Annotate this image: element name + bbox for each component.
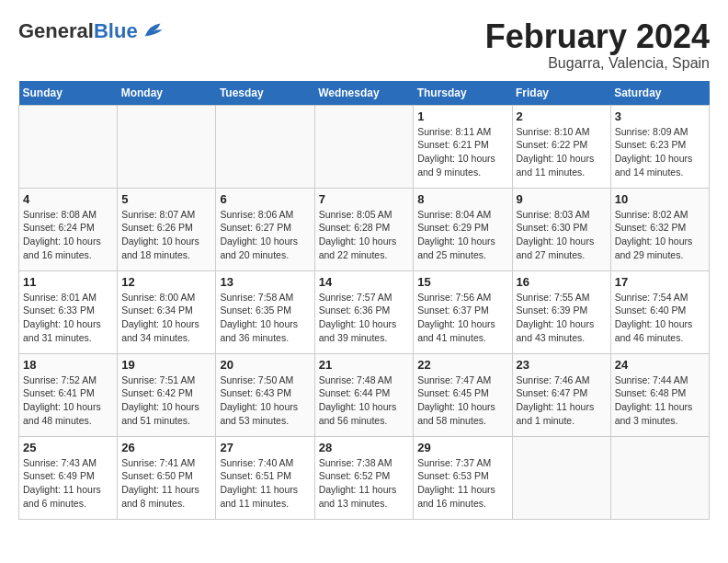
day-info: Sunrise: 8:01 AM Sunset: 6:33 PM Dayligh…	[23, 291, 113, 345]
day-number: 15	[417, 275, 507, 289]
day-cell: 22Sunrise: 7:47 AM Sunset: 6:45 PM Dayli…	[414, 353, 512, 436]
day-info: Sunrise: 8:11 AM Sunset: 6:21 PM Dayligh…	[417, 125, 507, 179]
weekday-header-thursday: Thursday	[414, 81, 512, 106]
day-info: Sunrise: 7:41 AM Sunset: 6:50 PM Dayligh…	[121, 456, 211, 511]
day-cell	[118, 105, 216, 188]
day-cell: 16Sunrise: 7:55 AM Sunset: 6:39 PM Dayli…	[512, 270, 610, 353]
week-row-3: 11Sunrise: 8:01 AM Sunset: 6:33 PM Dayli…	[19, 270, 710, 353]
day-info: Sunrise: 8:08 AM Sunset: 6:24 PM Dayligh…	[23, 208, 113, 262]
day-info: Sunrise: 7:43 AM Sunset: 6:49 PM Dayligh…	[23, 456, 113, 511]
week-row-1: 1Sunrise: 8:11 AM Sunset: 6:21 PM Daylig…	[19, 105, 710, 188]
day-info: Sunrise: 7:52 AM Sunset: 6:41 PM Dayligh…	[23, 373, 113, 428]
day-number: 7	[319, 192, 410, 206]
day-cell: 3Sunrise: 8:09 AM Sunset: 6:23 PM Daylig…	[610, 105, 709, 188]
day-info: Sunrise: 8:03 AM Sunset: 6:30 PM Dayligh…	[517, 208, 607, 262]
day-info: Sunrise: 7:58 AM Sunset: 6:35 PM Dayligh…	[220, 291, 310, 345]
day-number: 17	[615, 275, 705, 289]
day-cell: 4Sunrise: 8:08 AM Sunset: 6:24 PM Daylig…	[19, 188, 118, 270]
day-info: Sunrise: 7:54 AM Sunset: 6:40 PM Dayligh…	[615, 291, 705, 345]
day-cell: 2Sunrise: 8:10 AM Sunset: 6:22 PM Daylig…	[512, 105, 610, 188]
day-cell: 26Sunrise: 7:41 AM Sunset: 6:50 PM Dayli…	[118, 436, 216, 519]
day-number: 22	[417, 358, 507, 372]
day-number: 23	[517, 358, 607, 372]
day-cell: 21Sunrise: 7:48 AM Sunset: 6:44 PM Dayli…	[314, 353, 414, 436]
day-cell: 13Sunrise: 7:58 AM Sunset: 6:35 PM Dayli…	[216, 270, 314, 353]
day-number: 18	[23, 358, 113, 372]
logo-blue-text: Blue	[94, 19, 138, 42]
day-number: 16	[517, 275, 607, 289]
day-cell: 11Sunrise: 8:01 AM Sunset: 6:33 PM Dayli…	[19, 270, 118, 353]
day-cell: 23Sunrise: 7:46 AM Sunset: 6:47 PM Dayli…	[512, 353, 610, 436]
day-number: 29	[417, 441, 507, 454]
day-number: 25	[23, 441, 113, 454]
day-number: 26	[121, 441, 211, 454]
day-info: Sunrise: 7:40 AM Sunset: 6:51 PM Dayligh…	[220, 456, 310, 511]
day-cell: 5Sunrise: 8:07 AM Sunset: 6:26 PM Daylig…	[118, 188, 216, 270]
logo: GeneralBlue	[18, 18, 165, 44]
day-cell: 25Sunrise: 7:43 AM Sunset: 6:49 PM Dayli…	[19, 436, 118, 519]
day-info: Sunrise: 8:04 AM Sunset: 6:29 PM Dayligh…	[417, 208, 507, 262]
day-number: 11	[23, 275, 113, 289]
weekday-header-friday: Friday	[512, 81, 610, 106]
day-number: 28	[319, 441, 410, 454]
day-number: 1	[417, 109, 507, 123]
day-cell	[610, 436, 709, 519]
day-info: Sunrise: 7:50 AM Sunset: 6:43 PM Dayligh…	[220, 373, 310, 428]
weekday-header-monday: Monday	[118, 81, 216, 106]
day-cell: 15Sunrise: 7:56 AM Sunset: 6:37 PM Dayli…	[414, 270, 512, 353]
day-number: 4	[23, 192, 113, 206]
month-title: February 2024	[485, 18, 710, 55]
day-cell: 12Sunrise: 8:00 AM Sunset: 6:34 PM Dayli…	[118, 270, 216, 353]
day-info: Sunrise: 7:46 AM Sunset: 6:47 PM Dayligh…	[517, 373, 607, 428]
week-row-5: 25Sunrise: 7:43 AM Sunset: 6:49 PM Dayli…	[19, 436, 710, 519]
day-cell: 10Sunrise: 8:02 AM Sunset: 6:32 PM Dayli…	[610, 188, 709, 270]
page-header: GeneralBlue February 2024 Bugarra, Valen…	[18, 18, 710, 72]
day-info: Sunrise: 8:06 AM Sunset: 6:27 PM Dayligh…	[220, 208, 310, 262]
day-number: 19	[121, 358, 211, 372]
day-cell: 9Sunrise: 8:03 AM Sunset: 6:30 PM Daylig…	[512, 188, 610, 270]
day-cell: 27Sunrise: 7:40 AM Sunset: 6:51 PM Dayli…	[216, 436, 314, 519]
day-cell: 24Sunrise: 7:44 AM Sunset: 6:48 PM Dayli…	[610, 353, 709, 436]
day-cell: 8Sunrise: 8:04 AM Sunset: 6:29 PM Daylig…	[414, 188, 512, 270]
day-cell: 20Sunrise: 7:50 AM Sunset: 6:43 PM Dayli…	[216, 353, 314, 436]
weekday-header-sunday: Sunday	[19, 81, 118, 106]
day-info: Sunrise: 7:57 AM Sunset: 6:36 PM Dayligh…	[319, 291, 410, 345]
day-number: 3	[615, 109, 705, 123]
day-number: 21	[319, 358, 410, 372]
day-number: 10	[615, 192, 705, 206]
day-number: 5	[121, 192, 211, 206]
day-info: Sunrise: 8:10 AM Sunset: 6:22 PM Dayligh…	[517, 125, 607, 179]
day-number: 8	[417, 192, 507, 206]
logo-bird-icon	[140, 18, 165, 44]
day-number: 20	[220, 358, 310, 372]
day-cell: 6Sunrise: 8:06 AM Sunset: 6:27 PM Daylig…	[216, 188, 314, 270]
day-info: Sunrise: 8:07 AM Sunset: 6:26 PM Dayligh…	[121, 208, 211, 262]
day-cell	[314, 105, 414, 188]
day-cell: 18Sunrise: 7:52 AM Sunset: 6:41 PM Dayli…	[19, 353, 118, 436]
weekday-header-wednesday: Wednesday	[314, 81, 414, 106]
day-info: Sunrise: 7:56 AM Sunset: 6:37 PM Dayligh…	[417, 291, 507, 345]
week-row-2: 4Sunrise: 8:08 AM Sunset: 6:24 PM Daylig…	[19, 188, 710, 270]
day-cell: 28Sunrise: 7:38 AM Sunset: 6:52 PM Dayli…	[314, 436, 414, 519]
day-info: Sunrise: 8:09 AM Sunset: 6:23 PM Dayligh…	[615, 125, 705, 179]
day-info: Sunrise: 7:48 AM Sunset: 6:44 PM Dayligh…	[319, 373, 410, 428]
day-cell: 1Sunrise: 8:11 AM Sunset: 6:21 PM Daylig…	[414, 105, 512, 188]
day-cell: 19Sunrise: 7:51 AM Sunset: 6:42 PM Dayli…	[118, 353, 216, 436]
day-number: 13	[220, 275, 310, 289]
day-info: Sunrise: 7:44 AM Sunset: 6:48 PM Dayligh…	[615, 373, 705, 428]
day-info: Sunrise: 8:00 AM Sunset: 6:34 PM Dayligh…	[121, 291, 211, 345]
day-info: Sunrise: 7:51 AM Sunset: 6:42 PM Dayligh…	[121, 373, 211, 428]
day-cell	[512, 436, 610, 519]
day-cell: 17Sunrise: 7:54 AM Sunset: 6:40 PM Dayli…	[610, 270, 709, 353]
weekday-header-row: SundayMondayTuesdayWednesdayThursdayFrid…	[19, 81, 710, 106]
day-cell	[19, 105, 118, 188]
title-block: February 2024 Bugarra, Valencia, Spain	[485, 18, 710, 72]
day-info: Sunrise: 7:38 AM Sunset: 6:52 PM Dayligh…	[319, 456, 410, 511]
day-info: Sunrise: 8:02 AM Sunset: 6:32 PM Dayligh…	[615, 208, 705, 262]
logo-general-text: General	[18, 19, 94, 42]
day-cell	[216, 105, 314, 188]
day-number: 9	[517, 192, 607, 206]
day-number: 12	[121, 275, 211, 289]
day-info: Sunrise: 8:05 AM Sunset: 6:28 PM Dayligh…	[319, 208, 410, 262]
day-cell: 7Sunrise: 8:05 AM Sunset: 6:28 PM Daylig…	[314, 188, 414, 270]
